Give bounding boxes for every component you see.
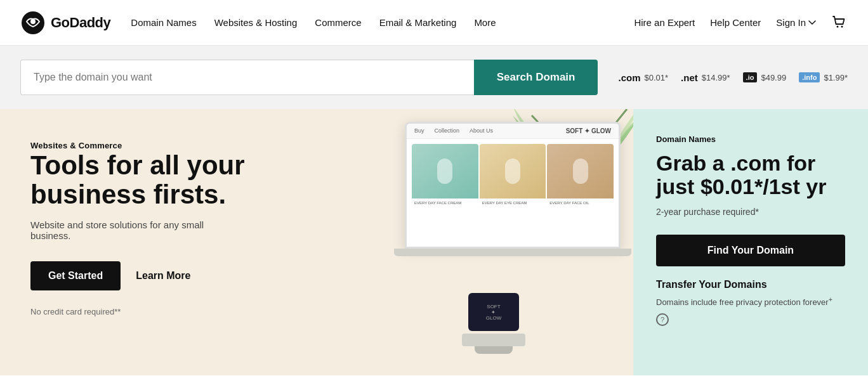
header: GoDaddy Domain Names Websites & Hosting … bbox=[0, 0, 868, 46]
laptop-nav: Buy Collection About Us SOFT ✦ GLOW bbox=[407, 124, 619, 139]
product-bottle-1 bbox=[437, 159, 452, 184]
laptop-screen: Buy Collection About Us SOFT ✦ GLOW EVER… bbox=[405, 122, 621, 249]
hire-expert-link[interactable]: Hire an Expert bbox=[634, 17, 695, 28]
svg-point-3 bbox=[841, 25, 843, 27]
pos-base bbox=[462, 334, 525, 346]
learn-more-link[interactable]: Learn More bbox=[136, 270, 190, 282]
product-image-3 bbox=[547, 144, 614, 198]
hero-subtitle: Website and store solutions for any smal… bbox=[30, 219, 233, 241]
panel-subtitle: 2-year purchase required* bbox=[656, 207, 845, 217]
nav-commerce[interactable]: Commerce bbox=[315, 17, 361, 28]
tld-net-label: .net bbox=[681, 72, 698, 83]
product-info-2: EVERY DAY EYE CREAM bbox=[480, 198, 546, 207]
pos-brand-text: SOFT✦GLOW bbox=[486, 304, 501, 321]
nav-more[interactable]: More bbox=[474, 17, 496, 28]
nav-websites-hosting[interactable]: Websites & Hosting bbox=[214, 17, 298, 28]
transfer-domains-title: Transfer Your Domains bbox=[656, 279, 845, 290]
logo[interactable]: GoDaddy bbox=[20, 10, 110, 36]
privacy-info-icon[interactable]: ? bbox=[656, 313, 669, 326]
pos-screen: SOFT✦GLOW bbox=[468, 293, 519, 331]
product-info-1: EVERY DAY FACE CREAM bbox=[412, 198, 478, 207]
product-bottle-3 bbox=[573, 159, 588, 184]
godaddy-logo-icon bbox=[20, 10, 46, 36]
sign-in-button[interactable]: Sign In bbox=[776, 17, 816, 28]
product-card-2: EVERY DAY EYE CREAM bbox=[480, 144, 546, 207]
laptop-base bbox=[394, 249, 631, 256]
main-content: Websites & Commerce Tools for all your b… bbox=[0, 109, 868, 375]
no-credit-card-text: No credit card required** bbox=[30, 307, 121, 316]
tld-info-icon: .info bbox=[799, 72, 820, 82]
product-info-3: EVERY DAY FACE OIL bbox=[547, 198, 614, 207]
laptop-brand: SOFT ✦ GLOW bbox=[566, 127, 611, 134]
help-center-link[interactable]: Help Center bbox=[710, 17, 761, 28]
hero-title: Tools for all your business firsts. bbox=[30, 151, 259, 209]
tld-io: .io $49.99 bbox=[743, 72, 787, 82]
product-card-3: EVERY DAY FACE OIL bbox=[547, 144, 614, 207]
tld-com-price: $0.01* bbox=[644, 73, 668, 82]
get-started-button[interactable]: Get Started bbox=[30, 261, 121, 290]
tld-com-label: .com bbox=[618, 72, 640, 83]
hero-left-panel: Websites & Commerce Tools for all your b… bbox=[0, 109, 633, 375]
header-right: Hire an Expert Help Center Sign In bbox=[634, 15, 848, 31]
product-image-2 bbox=[480, 144, 546, 198]
main-nav: Domain Names Websites & Hosting Commerce… bbox=[131, 17, 634, 28]
chevron-down-icon bbox=[808, 20, 816, 25]
laptop-nav-collection: Collection bbox=[435, 127, 460, 134]
transfer-desc-text: Domains include free privacy protection … bbox=[656, 297, 829, 307]
tld-net-price: $14.99* bbox=[702, 73, 730, 82]
tld-info-price: $1.99* bbox=[824, 73, 848, 82]
tld-io-price: $49.99 bbox=[761, 73, 786, 82]
svg-point-1 bbox=[30, 19, 36, 24]
hero-tag: Websites & Commerce bbox=[30, 141, 122, 150]
laptop-nav-buy: Buy bbox=[414, 127, 424, 134]
pos-stand bbox=[475, 346, 513, 354]
search-input[interactable] bbox=[20, 60, 474, 95]
godaddy-logo-text: GoDaddy bbox=[51, 15, 110, 31]
tld-io-icon: .io bbox=[743, 72, 758, 82]
laptop-mockup: Buy Collection About Us SOFT ✦ GLOW EVER… bbox=[405, 122, 621, 274]
panel-title: Grab a .com for just $0.01*/1st yr bbox=[656, 152, 845, 199]
svg-point-2 bbox=[837, 25, 839, 27]
laptop-products: EVERY DAY FACE CREAM EVERY DAY EYE CREAM… bbox=[407, 139, 619, 212]
search-bar: Search Domain .com $0.01* .net $14.99* .… bbox=[0, 46, 868, 109]
product-image-1 bbox=[412, 144, 478, 198]
product-bottle-2 bbox=[505, 159, 520, 184]
cart-icon[interactable] bbox=[831, 15, 848, 31]
tld-info: .info $1.99* bbox=[799, 72, 848, 82]
search-domain-button[interactable]: Search Domain bbox=[474, 60, 598, 95]
pos-device: SOFT✦GLOW bbox=[456, 293, 532, 363]
sign-in-label: Sign In bbox=[776, 17, 806, 28]
transfer-desc: Domains include free privacy protection … bbox=[656, 296, 845, 326]
laptop-nav-about: About Us bbox=[470, 127, 493, 134]
panel-tag: Domain Names bbox=[656, 134, 845, 144]
tld-net: .net $14.99* bbox=[681, 72, 730, 83]
tld-com: .com $0.01* bbox=[618, 72, 668, 83]
nav-domain-names[interactable]: Domain Names bbox=[131, 17, 196, 28]
hero-right-panel: Domain Names Grab a .com for just $0.01*… bbox=[633, 109, 868, 375]
nav-email-marketing[interactable]: Email & Marketing bbox=[379, 17, 457, 28]
product-card-1: EVERY DAY FACE CREAM bbox=[412, 144, 478, 207]
find-domain-button[interactable]: Find Your Domain bbox=[656, 235, 845, 266]
tld-badges: .com $0.01* .net $14.99* .io $49.99 .inf… bbox=[618, 72, 848, 83]
transfer-superscript: + bbox=[829, 296, 832, 303]
